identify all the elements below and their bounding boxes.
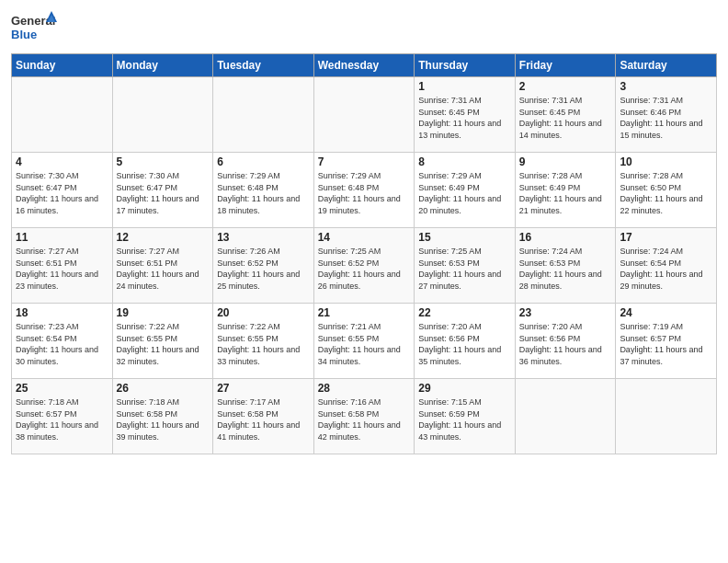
calendar-cell: 24Sunrise: 7:19 AMSunset: 6:57 PMDayligh… xyxy=(616,304,717,379)
calendar-cell: 22Sunrise: 7:20 AMSunset: 6:56 PMDayligh… xyxy=(415,304,516,379)
calendar-cell: 13Sunrise: 7:26 AMSunset: 6:52 PMDayligh… xyxy=(213,228,314,304)
week-row-2: 4Sunrise: 7:30 AMSunset: 6:47 PMDaylight… xyxy=(12,153,717,228)
week-row-1: 1Sunrise: 7:31 AMSunset: 6:45 PMDaylight… xyxy=(12,77,717,153)
day-info: Sunrise: 7:18 AMSunset: 6:58 PMDaylight:… xyxy=(117,396,210,442)
day-info: Sunrise: 7:31 AMSunset: 6:45 PMDaylight:… xyxy=(519,95,612,141)
calendar-cell: 1Sunrise: 7:31 AMSunset: 6:45 PMDaylight… xyxy=(415,77,516,153)
day-number: 11 xyxy=(16,231,108,244)
day-info: Sunrise: 7:22 AMSunset: 6:55 PMDaylight:… xyxy=(217,321,310,367)
day-info: Sunrise: 7:23 AMSunset: 6:54 PMDaylight:… xyxy=(16,321,108,367)
calendar-cell: 19Sunrise: 7:22 AMSunset: 6:55 PMDayligh… xyxy=(112,304,213,379)
day-info: Sunrise: 7:18 AMSunset: 6:57 PMDaylight:… xyxy=(16,396,108,442)
day-info: Sunrise: 7:19 AMSunset: 6:57 PMDaylight:… xyxy=(620,321,712,367)
week-row-5: 25Sunrise: 7:18 AMSunset: 6:57 PMDayligh… xyxy=(12,379,717,454)
day-number: 21 xyxy=(318,306,411,319)
calendar-cell: 7Sunrise: 7:29 AMSunset: 6:48 PMDaylight… xyxy=(313,153,415,228)
calendar-cell: 9Sunrise: 7:28 AMSunset: 6:49 PMDaylight… xyxy=(515,153,616,228)
calendar-cell: 5Sunrise: 7:30 AMSunset: 6:47 PMDaylight… xyxy=(112,153,213,228)
calendar-cell: 8Sunrise: 7:29 AMSunset: 6:49 PMDaylight… xyxy=(415,153,516,228)
calendar-cell: 17Sunrise: 7:24 AMSunset: 6:54 PMDayligh… xyxy=(616,228,717,304)
svg-text:Blue: Blue xyxy=(11,28,37,41)
calendar-cell: 29Sunrise: 7:15 AMSunset: 6:59 PMDayligh… xyxy=(415,379,516,454)
day-info: Sunrise: 7:24 AMSunset: 6:53 PMDaylight:… xyxy=(519,246,612,292)
day-info: Sunrise: 7:24 AMSunset: 6:54 PMDaylight:… xyxy=(620,246,712,292)
calendar-cell xyxy=(112,77,213,153)
calendar-cell: 14Sunrise: 7:25 AMSunset: 6:52 PMDayligh… xyxy=(313,228,415,304)
day-info: Sunrise: 7:16 AMSunset: 6:58 PMDaylight:… xyxy=(318,396,411,442)
logo-svg: General Blue xyxy=(11,9,57,46)
day-number: 22 xyxy=(418,306,511,319)
day-number: 28 xyxy=(318,382,411,395)
day-number: 15 xyxy=(418,231,511,244)
calendar-cell: 11Sunrise: 7:27 AMSunset: 6:51 PMDayligh… xyxy=(12,228,113,304)
calendar-cell xyxy=(213,77,314,153)
weekday-header-row: SundayMondayTuesdayWednesdayThursdayFrid… xyxy=(12,54,717,77)
day-info: Sunrise: 7:21 AMSunset: 6:55 PMDaylight:… xyxy=(318,321,411,367)
calendar-cell: 25Sunrise: 7:18 AMSunset: 6:57 PMDayligh… xyxy=(12,379,113,454)
calendar-cell: 21Sunrise: 7:21 AMSunset: 6:55 PMDayligh… xyxy=(313,304,415,379)
day-info: Sunrise: 7:31 AMSunset: 6:45 PMDaylight:… xyxy=(418,95,511,141)
day-info: Sunrise: 7:31 AMSunset: 6:46 PMDaylight:… xyxy=(620,95,712,141)
day-number: 10 xyxy=(620,155,712,168)
calendar-cell: 4Sunrise: 7:30 AMSunset: 6:47 PMDaylight… xyxy=(12,153,113,228)
day-number: 13 xyxy=(217,231,310,244)
week-row-4: 18Sunrise: 7:23 AMSunset: 6:54 PMDayligh… xyxy=(12,304,717,379)
day-number: 5 xyxy=(117,155,210,168)
weekday-thursday: Thursday xyxy=(415,54,516,77)
calendar-cell: 10Sunrise: 7:28 AMSunset: 6:50 PMDayligh… xyxy=(616,153,717,228)
weekday-tuesday: Tuesday xyxy=(213,54,314,77)
day-number: 16 xyxy=(519,231,612,244)
day-number: 4 xyxy=(16,155,108,168)
calendar-cell: 16Sunrise: 7:24 AMSunset: 6:53 PMDayligh… xyxy=(515,228,616,304)
day-number: 24 xyxy=(620,306,712,319)
calendar-cell xyxy=(616,379,717,454)
day-info: Sunrise: 7:30 AMSunset: 6:47 PMDaylight:… xyxy=(117,170,210,216)
day-number: 17 xyxy=(620,231,712,244)
calendar-cell xyxy=(313,77,415,153)
calendar-cell: 3Sunrise: 7:31 AMSunset: 6:46 PMDaylight… xyxy=(616,77,717,153)
page-container: General Blue SundayMondayTuesdayWednesda… xyxy=(0,0,728,462)
header: General Blue xyxy=(11,9,717,46)
day-number: 27 xyxy=(217,382,310,395)
calendar-cell xyxy=(12,77,113,153)
day-number: 2 xyxy=(519,80,612,93)
day-number: 7 xyxy=(318,155,411,168)
day-number: 26 xyxy=(117,382,210,395)
day-number: 8 xyxy=(418,155,511,168)
day-info: Sunrise: 7:17 AMSunset: 6:58 PMDaylight:… xyxy=(217,396,310,442)
day-info: Sunrise: 7:22 AMSunset: 6:55 PMDaylight:… xyxy=(117,321,210,367)
day-info: Sunrise: 7:26 AMSunset: 6:52 PMDaylight:… xyxy=(217,246,310,292)
day-number: 3 xyxy=(620,80,712,93)
day-info: Sunrise: 7:28 AMSunset: 6:49 PMDaylight:… xyxy=(519,170,612,216)
weekday-saturday: Saturday xyxy=(616,54,717,77)
day-number: 19 xyxy=(117,306,210,319)
calendar-cell: 12Sunrise: 7:27 AMSunset: 6:51 PMDayligh… xyxy=(112,228,213,304)
day-number: 14 xyxy=(318,231,411,244)
day-number: 9 xyxy=(519,155,612,168)
day-number: 29 xyxy=(418,382,511,395)
day-info: Sunrise: 7:29 AMSunset: 6:48 PMDaylight:… xyxy=(217,170,310,216)
day-info: Sunrise: 7:27 AMSunset: 6:51 PMDaylight:… xyxy=(16,246,108,292)
calendar-cell: 15Sunrise: 7:25 AMSunset: 6:53 PMDayligh… xyxy=(415,228,516,304)
day-number: 25 xyxy=(16,382,108,395)
day-info: Sunrise: 7:28 AMSunset: 6:50 PMDaylight:… xyxy=(620,170,712,216)
calendar-cell: 18Sunrise: 7:23 AMSunset: 6:54 PMDayligh… xyxy=(12,304,113,379)
weekday-sunday: Sunday xyxy=(12,54,113,77)
calendar-cell xyxy=(515,379,616,454)
weekday-monday: Monday xyxy=(112,54,213,77)
day-number: 23 xyxy=(519,306,612,319)
calendar-cell: 23Sunrise: 7:20 AMSunset: 6:56 PMDayligh… xyxy=(515,304,616,379)
week-row-3: 11Sunrise: 7:27 AMSunset: 6:51 PMDayligh… xyxy=(12,228,717,304)
day-info: Sunrise: 7:30 AMSunset: 6:47 PMDaylight:… xyxy=(16,170,108,216)
calendar-cell: 26Sunrise: 7:18 AMSunset: 6:58 PMDayligh… xyxy=(112,379,213,454)
weekday-wednesday: Wednesday xyxy=(313,54,415,77)
day-info: Sunrise: 7:25 AMSunset: 6:52 PMDaylight:… xyxy=(318,246,411,292)
calendar-table: SundayMondayTuesdayWednesdayThursdayFrid… xyxy=(11,53,717,454)
calendar-cell: 28Sunrise: 7:16 AMSunset: 6:58 PMDayligh… xyxy=(313,379,415,454)
day-info: Sunrise: 7:15 AMSunset: 6:59 PMDaylight:… xyxy=(418,396,511,442)
day-number: 1 xyxy=(418,80,511,93)
day-info: Sunrise: 7:25 AMSunset: 6:53 PMDaylight:… xyxy=(418,246,511,292)
day-info: Sunrise: 7:29 AMSunset: 6:49 PMDaylight:… xyxy=(418,170,511,216)
calendar-cell: 27Sunrise: 7:17 AMSunset: 6:58 PMDayligh… xyxy=(213,379,314,454)
day-info: Sunrise: 7:27 AMSunset: 6:51 PMDaylight:… xyxy=(117,246,210,292)
